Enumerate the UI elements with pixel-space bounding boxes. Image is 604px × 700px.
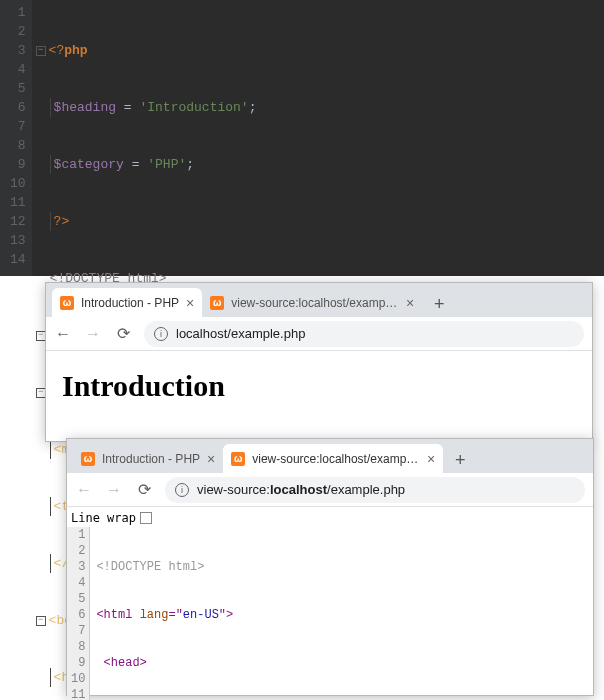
tab-title: Introduction - PHP xyxy=(102,452,200,466)
close-icon[interactable]: × xyxy=(406,295,414,311)
tab-active[interactable]: ω Introduction - PHP × xyxy=(52,288,202,317)
tab-title: Introduction - PHP xyxy=(81,296,179,310)
back-button[interactable]: ← xyxy=(75,481,93,499)
editor-gutter: 1234567891011121314 xyxy=(0,0,32,276)
close-icon[interactable]: × xyxy=(427,451,435,467)
tab-inactive[interactable]: ω Introduction - PHP × xyxy=(73,444,223,473)
tab-strip: ω Introduction - PHP × ω view-source:loc… xyxy=(67,439,593,473)
back-button[interactable]: ← xyxy=(54,325,72,343)
page-viewport: Introduction xyxy=(46,351,592,421)
code-editor[interactable]: 1234567891011121314 −<?php $heading = 'I… xyxy=(0,0,604,276)
linewrap-label: Line wrap xyxy=(71,511,136,525)
reload-button[interactable]: ⟳ xyxy=(135,480,153,499)
xampp-favicon-icon: ω xyxy=(231,452,245,466)
linewrap-checkbox[interactable] xyxy=(140,512,152,524)
new-tab-button[interactable]: + xyxy=(447,447,473,473)
source-code[interactable]: <!DOCTYPE html> <html lang="en-US"> <hea… xyxy=(90,527,354,700)
fold-icon[interactable]: − xyxy=(36,46,46,56)
fold-icon[interactable]: − xyxy=(36,616,46,626)
tab-strip: ω Introduction - PHP × ω view-source:loc… xyxy=(46,283,592,317)
url-text: localhost/example.php xyxy=(176,326,305,341)
browser-toolbar: ← → ⟳ i view-source:localhost/example.ph… xyxy=(67,473,593,507)
browser-toolbar: ← → ⟳ i localhost/example.php xyxy=(46,317,592,351)
tab-title: view-source:localhost/example.p xyxy=(231,296,399,310)
forward-button[interactable]: → xyxy=(84,325,102,343)
url-text: view-source:localhost/example.php xyxy=(197,482,405,497)
editor-code[interactable]: −<?php $heading = 'Introduction'; $categ… xyxy=(32,0,604,276)
close-icon[interactable]: × xyxy=(186,295,194,311)
new-tab-button[interactable]: + xyxy=(426,291,452,317)
close-icon[interactable]: × xyxy=(207,451,215,467)
source-view: 1234567891011 <!DOCTYPE html> <html lang… xyxy=(67,527,593,700)
address-bar[interactable]: i localhost/example.php xyxy=(144,321,584,347)
page-heading: Introduction xyxy=(62,369,576,403)
site-info-icon[interactable]: i xyxy=(154,327,168,341)
source-gutter: 1234567891011 xyxy=(67,527,90,700)
address-bar[interactable]: i view-source:localhost/example.php xyxy=(165,477,585,503)
tab-active[interactable]: ω view-source:localhost/example.p × xyxy=(223,444,443,473)
reload-button[interactable]: ⟳ xyxy=(114,324,132,343)
browser-window-source: ω Introduction - PHP × ω view-source:loc… xyxy=(66,438,594,696)
xampp-favicon-icon: ω xyxy=(60,296,74,310)
browser-window-rendered: ω Introduction - PHP × ω view-source:loc… xyxy=(45,282,593,442)
xampp-favicon-icon: ω xyxy=(210,296,224,310)
tab-inactive[interactable]: ω view-source:localhost/example.p × xyxy=(202,288,422,317)
forward-button[interactable]: → xyxy=(105,481,123,499)
linewrap-row: Line wrap xyxy=(67,507,593,527)
site-info-icon[interactable]: i xyxy=(175,483,189,497)
tab-title: view-source:localhost/example.p xyxy=(252,452,420,466)
xampp-favicon-icon: ω xyxy=(81,452,95,466)
